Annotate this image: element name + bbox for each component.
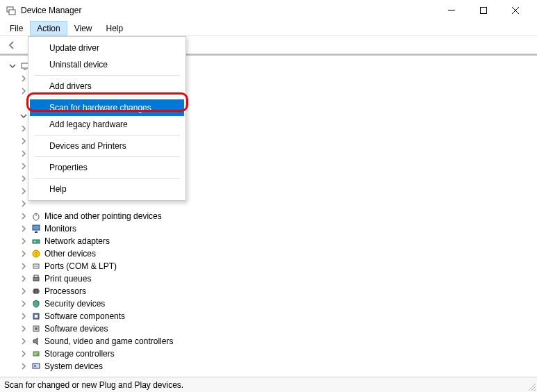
tree-node-label: Other devices bbox=[44, 249, 96, 259]
svg-rect-31 bbox=[33, 352, 39, 356]
chevron-right-icon[interactable] bbox=[19, 212, 28, 220]
tree-node[interactable]: Software devices bbox=[6, 322, 534, 335]
chevron-right-icon[interactable] bbox=[19, 174, 28, 183]
chevron-right-icon[interactable] bbox=[19, 250, 28, 258]
chevron-right-icon[interactable] bbox=[19, 300, 28, 308]
cpu-icon bbox=[31, 286, 42, 297]
menu-file[interactable]: File bbox=[3, 21, 30, 35]
chevron-right-icon[interactable] bbox=[19, 350, 28, 358]
tree-node-label: Processors bbox=[44, 286, 86, 296]
tree-node-label: Mice and other pointing devices bbox=[44, 211, 162, 221]
menu-help[interactable]: Help bbox=[99, 21, 131, 35]
menu-item-properties[interactable]: Properties bbox=[30, 159, 184, 176]
chevron-right-icon[interactable] bbox=[19, 362, 28, 370]
tree-node[interactable]: Monitors bbox=[6, 222, 534, 235]
svg-rect-28 bbox=[35, 315, 38, 318]
menu-item-add-legacy-hardware[interactable]: Add legacy hardware bbox=[30, 116, 184, 133]
chevron-right-icon[interactable] bbox=[19, 325, 28, 333]
menubar: File Action View Help bbox=[0, 21, 537, 36]
software-icon bbox=[31, 323, 42, 334]
tree-node[interactable]: Network adapters bbox=[6, 235, 534, 247]
menu-separator bbox=[34, 156, 180, 157]
menu-item-uninstall-device[interactable]: Uninstall device bbox=[30, 56, 184, 73]
chevron-down-icon[interactable] bbox=[19, 112, 28, 120]
close-button[interactable] bbox=[499, 0, 531, 21]
titlebar: Device Manager bbox=[0, 0, 537, 21]
tree-node[interactable]: Universal Serial Bus controllers bbox=[6, 373, 534, 374]
minimize-button[interactable] bbox=[436, 0, 468, 21]
chevron-down-icon[interactable] bbox=[8, 62, 17, 70]
tree-node-label: Print queues bbox=[44, 274, 91, 284]
tree-node-label: Ports (COM & LPT) bbox=[44, 261, 117, 271]
menu-item-add-drivers[interactable]: Add drivers bbox=[30, 78, 184, 95]
other-icon: ? bbox=[31, 248, 42, 259]
maximize-button[interactable] bbox=[468, 0, 499, 21]
svg-point-13 bbox=[34, 241, 35, 243]
chevron-right-icon[interactable] bbox=[19, 187, 28, 195]
menu-action[interactable]: Action bbox=[30, 21, 67, 35]
component-icon bbox=[31, 311, 42, 322]
svg-rect-1 bbox=[9, 10, 15, 15]
tree-node[interactable]: Sound, video and game controllers bbox=[6, 335, 534, 348]
tree-node[interactable]: Processors bbox=[6, 285, 534, 297]
menu-separator bbox=[34, 178, 180, 179]
back-button[interactable] bbox=[4, 38, 19, 53]
svg-rect-22 bbox=[34, 289, 38, 293]
tree-node-label: Sound, video and game controllers bbox=[44, 336, 173, 346]
menu-item-devices-and-printers[interactable]: Devices and Printers bbox=[30, 138, 184, 154]
chevron-right-icon[interactable] bbox=[19, 199, 28, 208]
tree-node[interactable]: Software components bbox=[6, 310, 534, 322]
chevron-right-icon[interactable] bbox=[19, 87, 28, 95]
svg-rect-34 bbox=[34, 365, 36, 367]
tree-node[interactable]: ?Other devices bbox=[6, 247, 534, 260]
window-title: Device Manager bbox=[21, 6, 436, 15]
svg-rect-12 bbox=[33, 240, 40, 243]
status-text: Scan for changed or new Plug and Play de… bbox=[4, 380, 183, 390]
menu-separator bbox=[34, 97, 180, 97]
tree-node[interactable]: System devices bbox=[6, 360, 534, 373]
svg-point-32 bbox=[37, 354, 38, 355]
chevron-right-icon[interactable] bbox=[19, 287, 28, 295]
menu-separator bbox=[34, 75, 180, 76]
tree-node-label: Monitors bbox=[44, 224, 76, 234]
tree-node[interactable]: Storage controllers bbox=[6, 348, 534, 360]
menu-view[interactable]: View bbox=[67, 21, 99, 35]
menu-item-help[interactable]: Help bbox=[30, 181, 184, 197]
tree-node[interactable]: Ports (COM & LPT) bbox=[6, 260, 534, 272]
tree-node-label: Security devices bbox=[44, 299, 105, 309]
chevron-right-icon[interactable] bbox=[19, 74, 28, 83]
chevron-right-icon[interactable] bbox=[19, 149, 28, 158]
svg-point-30 bbox=[35, 327, 38, 330]
svg-rect-20 bbox=[33, 277, 39, 281]
device-manager-icon bbox=[6, 5, 17, 16]
chevron-right-icon[interactable] bbox=[19, 124, 28, 133]
window-controls bbox=[436, 0, 531, 21]
usb-icon bbox=[31, 373, 42, 374]
svg-rect-10 bbox=[33, 225, 40, 230]
chevron-right-icon[interactable] bbox=[19, 262, 28, 270]
storage-icon bbox=[31, 348, 42, 359]
chevron-right-icon[interactable] bbox=[19, 137, 28, 145]
tree-node[interactable]: Security devices bbox=[6, 297, 534, 310]
system-icon bbox=[31, 361, 42, 372]
svg-point-18 bbox=[35, 266, 37, 267]
tree-node-label: System devices bbox=[44, 361, 103, 371]
mouse-icon bbox=[31, 211, 42, 222]
monitor-icon bbox=[31, 223, 42, 234]
menu-item-scan-for-hardware-changes[interactable]: Scan for hardware changes bbox=[30, 99, 184, 116]
chevron-right-icon[interactable] bbox=[19, 275, 28, 283]
tree-node[interactable]: Print queues bbox=[6, 272, 534, 285]
svg-point-19 bbox=[37, 266, 38, 267]
chevron-right-icon[interactable] bbox=[19, 237, 28, 245]
chevron-right-icon[interactable] bbox=[19, 312, 28, 320]
chevron-right-icon[interactable] bbox=[19, 162, 28, 170]
chevron-right-icon[interactable] bbox=[19, 224, 28, 233]
printer-icon bbox=[31, 273, 42, 284]
menu-item-update-driver[interactable]: Update driver bbox=[30, 40, 184, 56]
tree-node-label: Software devices bbox=[44, 324, 108, 334]
port-icon bbox=[31, 261, 42, 272]
resize-grip-icon[interactable] bbox=[527, 382, 536, 391]
svg-text:?: ? bbox=[35, 251, 38, 257]
chevron-right-icon[interactable] bbox=[19, 337, 28, 345]
tree-node[interactable]: Mice and other pointing devices bbox=[6, 210, 534, 222]
